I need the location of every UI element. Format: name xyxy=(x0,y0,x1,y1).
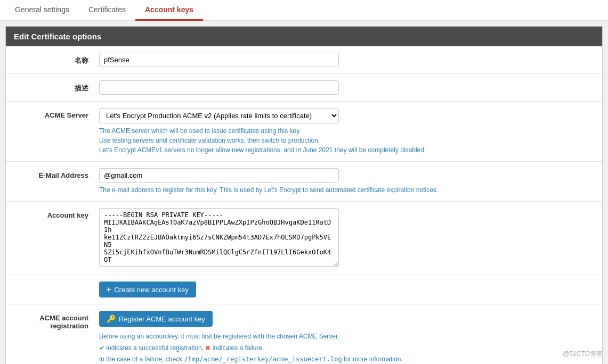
description-control-wrap xyxy=(99,80,594,95)
create-new-key-button[interactable]: + Create new account key xyxy=(99,282,196,297)
description-row: 描述 xyxy=(6,74,602,102)
acme-server-row: ACME Server Let's Encrypt Production ACM… xyxy=(6,102,602,162)
key-icon: 🔑 xyxy=(107,315,116,323)
name-input[interactable] xyxy=(99,53,339,67)
email-help: The e-mail address to register for this … xyxy=(99,185,594,195)
acme-server-select[interactable]: Let's Encrypt Production ACME v2 (Applie… xyxy=(99,108,339,123)
acme-reg-info: Before using an accountkey, it must firs… xyxy=(99,331,594,364)
acme-registration-label: ACME account registration xyxy=(14,311,99,330)
account-key-row: Account key -----BEGIN RSA PRIVATE KEY--… xyxy=(6,202,602,275)
email-control-wrap: The e-mail address to register for this … xyxy=(99,168,594,195)
create-key-control-wrap: + Create new account key xyxy=(99,282,594,297)
account-key-control-wrap: -----BEGIN RSA PRIVATE KEY----- MIIJKAIB… xyxy=(99,208,594,268)
name-control-wrap xyxy=(99,53,594,67)
email-row: E-Mail Address The e-mail address to reg… xyxy=(6,162,602,202)
account-key-label: Account key xyxy=(14,208,99,219)
account-key-textarea[interactable]: -----BEGIN RSA PRIVATE KEY----- MIIJKAIB… xyxy=(99,208,339,267)
tab-certificates[interactable]: Certificates xyxy=(79,0,135,21)
acme-server-help: The ACME server which will be used to is… xyxy=(99,126,594,155)
acme-server-label: ACME Server xyxy=(14,108,99,119)
x-icon: ✖ xyxy=(205,344,210,352)
register-acme-button[interactable]: 🔑 Register ACME account key xyxy=(99,311,213,327)
acme-reg-info-line3: In the case of a failure, check /tmp/acm… xyxy=(99,354,594,364)
description-input[interactable] xyxy=(99,80,339,95)
main-panel: Edit Certificate options 名称 描述 ACME Serv… xyxy=(5,26,603,364)
acme-server-control-wrap: Let's Encrypt Production ACME v2 (Applie… xyxy=(99,108,594,155)
acme-reg-info-line2: ✔ indicates a successful registration, ✖… xyxy=(99,343,594,354)
name-label: 名称 xyxy=(14,53,99,65)
section-header: Edit Certificate options xyxy=(6,27,602,46)
tab-bar: General settings Certificates Account ke… xyxy=(0,0,608,21)
create-key-row: + Create new account key xyxy=(6,275,602,304)
email-input[interactable] xyxy=(99,168,339,183)
watermark: @51CTO博客 xyxy=(563,350,603,359)
tab-general-settings[interactable]: General settings xyxy=(5,0,79,21)
checkmark-icon: ✔ xyxy=(99,344,104,352)
acme-registration-control-wrap: 🔑 Register ACME account key Before using… xyxy=(99,311,594,364)
description-label: 描述 xyxy=(14,80,99,93)
create-key-label-spacer xyxy=(14,282,99,285)
name-row: 名称 xyxy=(6,46,602,74)
email-label: E-Mail Address xyxy=(14,168,99,179)
plus-icon: + xyxy=(107,285,111,294)
tab-account-keys[interactable]: Account keys xyxy=(135,0,203,21)
acme-reg-info-line1: Before using an accountkey, it must firs… xyxy=(99,331,594,343)
acme-registration-row: ACME account registration 🔑 Register ACM… xyxy=(6,304,602,364)
